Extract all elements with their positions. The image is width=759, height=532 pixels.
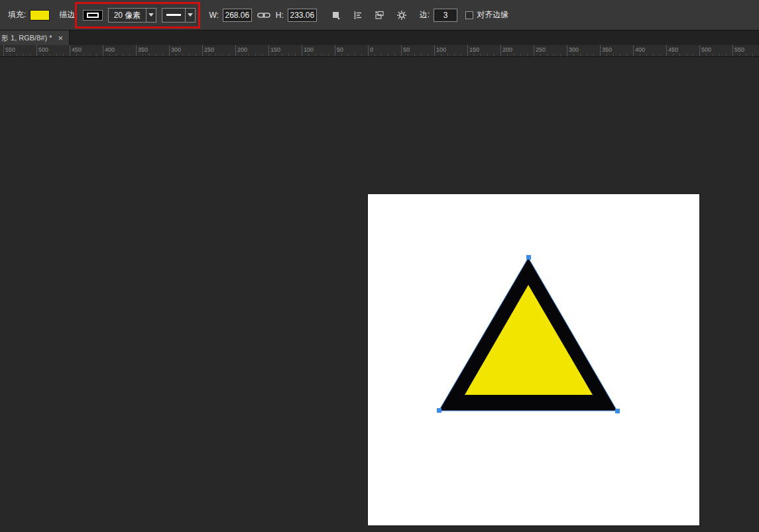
- ruler-label: 350: [138, 46, 148, 53]
- ruler-label: 150: [270, 46, 280, 53]
- shape-svg: [368, 194, 699, 525]
- gear-icon: [396, 10, 407, 21]
- link-dimensions-icon[interactable]: [257, 11, 270, 19]
- sides-input[interactable]: [434, 9, 457, 22]
- ruler-label: 400: [105, 46, 115, 53]
- path-alignment-button[interactable]: [349, 7, 367, 24]
- height-input[interactable]: [288, 9, 317, 22]
- stroke-line-icon: [166, 14, 181, 16]
- ruler-label: 200: [237, 46, 247, 53]
- stroke-type-dropdown[interactable]: [162, 8, 196, 23]
- document-tab-title: 形 1, RGB/8#) *: [1, 33, 52, 43]
- shape-handle[interactable]: [526, 255, 531, 260]
- fill-color-swatch[interactable]: [30, 10, 50, 21]
- path-operations-icon: [331, 11, 341, 20]
- path-operations-button[interactable]: [327, 7, 345, 24]
- options-bar: 填充: 描边: 20 像素 W: H:: [0, 0, 759, 30]
- ruler-label: 50: [337, 46, 343, 53]
- ruler-label: 550: [734, 46, 744, 53]
- stroke-width-dropdown[interactable]: 20 像素: [108, 8, 157, 23]
- stroke-options-group: 20 像素: [82, 8, 198, 23]
- chevron-down-icon[interactable]: [146, 9, 156, 22]
- ruler-label: 550: [5, 46, 15, 53]
- close-icon[interactable]: ×: [58, 34, 63, 42]
- ruler-label: 450: [72, 46, 82, 53]
- stroke-color-swatch[interactable]: [83, 10, 103, 21]
- width-field-label: W:: [209, 11, 218, 20]
- ruler-label: 300: [569, 46, 579, 53]
- shape-handle[interactable]: [615, 409, 620, 413]
- ruler-label: 50: [403, 46, 410, 53]
- ruler-label: 150: [469, 46, 479, 53]
- path-arrangement-icon: [375, 11, 384, 20]
- stroke-label: 描边:: [59, 9, 77, 21]
- canvas-area[interactable]: [0, 58, 759, 532]
- artboard[interactable]: [368, 194, 699, 525]
- align-edges-label: 对齐边缘: [477, 9, 508, 21]
- align-edges-checkbox[interactable]: [465, 11, 473, 19]
- path-arrangement-button[interactable]: [371, 7, 388, 24]
- ruler-label: 250: [204, 46, 214, 53]
- sides-label: 边:: [420, 9, 430, 21]
- ruler-label: 300: [171, 46, 181, 53]
- stroke-width-value: 20 像素: [109, 9, 146, 22]
- fill-label: 填充:: [8, 9, 26, 21]
- ruler-label: 100: [436, 46, 446, 53]
- ruler-label: 500: [38, 46, 48, 53]
- ruler-label: 250: [536, 46, 546, 53]
- document-tab[interactable]: 形 1, RGB/8#) * ×: [0, 30, 70, 45]
- ruler-label: 500: [701, 46, 711, 53]
- width-input[interactable]: [223, 9, 252, 22]
- height-field-label: H:: [276, 11, 284, 20]
- ruler-label: 450: [668, 46, 678, 53]
- chevron-down-icon[interactable]: [185, 9, 195, 22]
- ruler[interactable]: 5505004504003503002502001501005005010015…: [0, 45, 759, 57]
- ruler-label: 200: [502, 46, 512, 53]
- shape-handle[interactable]: [437, 408, 441, 413]
- ruler-label: 100: [304, 46, 314, 53]
- document-tab-bar: 形 1, RGB/8#) * ×: [0, 30, 759, 45]
- ruler-label: 0: [370, 46, 373, 53]
- stroke-style-preview: [87, 13, 99, 18]
- ruler-label: 350: [602, 46, 612, 53]
- path-alignment-icon: [353, 11, 363, 20]
- ruler-label: 400: [635, 46, 645, 53]
- shape-settings-button[interactable]: [393, 7, 410, 24]
